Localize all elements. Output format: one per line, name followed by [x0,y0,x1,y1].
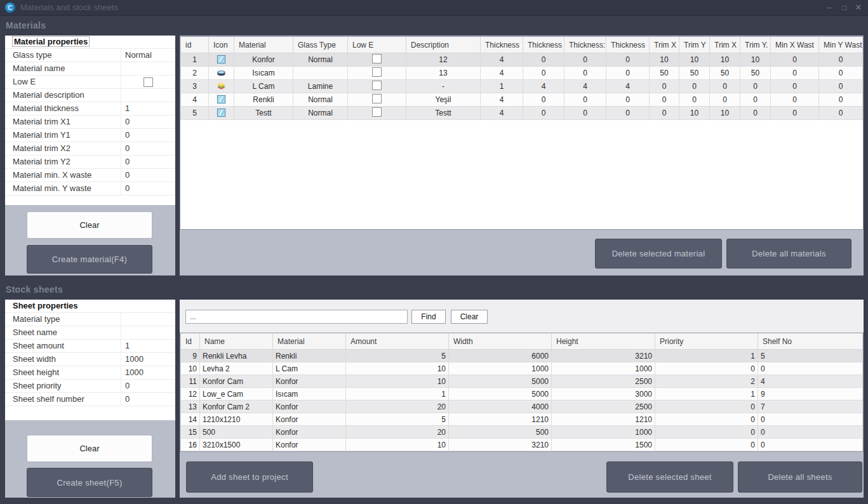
delete-all-materials-button[interactable]: Delete all materials [726,239,851,269]
sheet-name-value[interactable] [121,326,175,339]
sheet-properties-header: Sheet properties [5,300,175,312]
delete-all-sheets-button[interactable]: Delete all sheets [738,461,862,493]
low-e-cell-checkbox[interactable] [372,67,382,77]
material-row[interactable]: 4 Renkli Normal Yeşil 4 0 0 0 0 0 0 0 [181,93,863,107]
add-sheet-to-project-button[interactable]: Add sheet to project [186,461,313,493]
col-thickness4[interactable]: Thickness [606,37,650,53]
sheet-row[interactable]: 13Konfor Cam 2Konfor204000250007 [181,401,863,413]
sheet-row[interactable]: 9Renkli LevhaRenkli56000321015 [181,350,863,362]
property-row-material-description: Material description [5,89,175,102]
trim-y1-value[interactable]: 0 [121,129,175,142]
close-icon[interactable]: ✕ [851,0,865,15]
property-row-trim-y1: Material trim Y10 [5,129,175,142]
sheet-row[interactable]: 10Levha 2L Cam101000100000 [181,362,863,375]
col-trim-y2[interactable]: Trim Y. [740,37,771,53]
col-min-x-waste[interactable]: Min X Wast [771,37,819,53]
clear-material-button[interactable]: Clear [27,211,152,239]
col-icon[interactable]: Icon [209,37,234,53]
property-row-material-type: Material type [5,313,175,326]
property-label: Material trim Y2 [5,156,121,168]
title-bar: C Materials and stock sheets – □ ✕ [0,0,868,16]
trim-x1-value[interactable]: 0 [121,116,175,128]
clear-sheet-button[interactable]: Clear [27,435,152,462]
material-thickness-value[interactable]: 1 [121,102,175,115]
property-label: Glass type [5,49,121,62]
sheet-priority-value[interactable]: 0 [121,380,175,392]
sheet-amount-value[interactable]: 1 [121,340,175,352]
low-e-cell-checkbox[interactable] [372,94,382,103]
material-type-value[interactable] [121,313,175,326]
create-material-button[interactable]: Create material(F4) [27,245,152,274]
col-name[interactable]: Name [200,333,273,350]
sheet-width-value[interactable]: 1000 [121,353,175,366]
low-e-checkbox[interactable] [144,77,153,87]
col-width[interactable]: Width [449,333,552,350]
col-trim-x2[interactable]: Trim X [710,37,740,53]
minimize-icon[interactable]: – [822,0,836,15]
col-min-y-waste[interactable]: Min Y Wast [819,37,863,53]
material-description-value[interactable] [121,89,175,102]
material-row[interactable]: 1 Konfor Normal 12 4 0 0 0 10 10 10 10 [181,53,863,67]
low-e-cell-checkbox[interactable] [372,107,382,117]
stock-sheets-section-label: Stock sheets [6,284,63,295]
low-e-cell-checkbox[interactable] [372,54,382,63]
property-label: Material description [5,89,121,102]
col-low-e[interactable]: Low E [348,37,406,53]
property-label: Material thickness [5,102,121,115]
sheet-row[interactable]: 141210x1210Konfor51210121000 [181,413,863,426]
col-priority[interactable]: Priority [655,333,758,350]
col-thickness3[interactable]: Thickness: [564,37,606,53]
property-label: Material min. Y waste [5,182,121,195]
property-row-glass-type: Glass typeNormal [5,49,175,62]
col-trim-y1[interactable]: Trim Y [679,37,710,53]
maximize-icon[interactable]: □ [838,0,851,15]
material-row[interactable]: 3 L Cam Lamine - 1 4 4 4 0 0 0 0 [181,80,863,93]
material-row[interactable]: 2 Isıcam 13 4 0 0 0 50 50 50 50 [181,67,863,80]
property-label: Low E [5,76,121,88]
col-thickness2[interactable]: Thickness [523,37,564,53]
property-row-trim-x1: Material trim X10 [5,116,175,129]
property-label: Material trim X2 [5,142,121,155]
glass-type-value[interactable]: Normal [121,49,175,62]
property-row-material-name: Material name [5,62,175,76]
property-label: Material min. X waste [5,169,121,182]
col-glass-type[interactable]: Glass Type [293,37,348,53]
laminated-stack-icon [217,81,227,91]
sheet-row[interactable]: 15500Konfor20500100000 [181,426,863,439]
min-x-waste-value[interactable]: 0 [121,169,175,182]
glass-pane-icon [217,55,227,65]
col-trim-x1[interactable]: Trim X [650,37,679,53]
trim-x2-value[interactable]: 0 [121,142,175,155]
col-height[interactable]: Height [552,333,655,350]
col-amount[interactable]: Amount [346,333,449,350]
property-label: Sheet width [5,353,121,366]
delete-selected-material-button[interactable]: Delete selected material [595,239,722,269]
property-label: Sheet name [5,326,121,339]
col-shelf-no[interactable]: Shelf No [758,333,863,350]
trim-y2-value[interactable]: 0 [121,156,175,168]
sheet-row[interactable]: 11Konfor CamKonfor105000250024 [181,375,863,388]
property-row-sheet-priority: Sheet priority0 [5,380,175,393]
sheet-row[interactable]: 12Low_e CamIsıcam15000300019 [181,388,863,401]
property-label: Sheet shelf number [5,393,121,406]
col-id[interactable]: Id [181,333,200,350]
col-id[interactable]: id [181,37,209,53]
sheet-row[interactable]: 163210x1500Konfor103210150000 [181,439,863,451]
property-label: Material type [5,313,121,326]
col-description[interactable]: Description [406,37,481,53]
material-name-value[interactable] [121,62,175,75]
col-material[interactable]: Material [273,333,346,350]
sheet-shelf-number-value[interactable]: 0 [121,393,175,406]
col-material[interactable]: Material [234,37,293,53]
material-row[interactable]: 5 Testt Normal Testt 4 0 0 0 0 10 10 0 [181,107,863,120]
materials-section-label: Materials [6,20,46,30]
min-y-waste-value[interactable]: 0 [121,182,175,195]
col-thickness1[interactable]: Thickness [481,37,523,53]
low-e-cell-checkbox[interactable] [372,81,382,90]
sheet-search-input[interactable] [185,310,408,324]
search-clear-button[interactable]: Clear [451,310,488,324]
sheet-height-value[interactable]: 1000 [121,366,175,379]
create-sheet-button[interactable]: Create sheet(F5) [27,468,152,497]
delete-selected-sheet-button[interactable]: Delete selected sheet [606,461,733,493]
find-button[interactable]: Find [411,310,446,324]
